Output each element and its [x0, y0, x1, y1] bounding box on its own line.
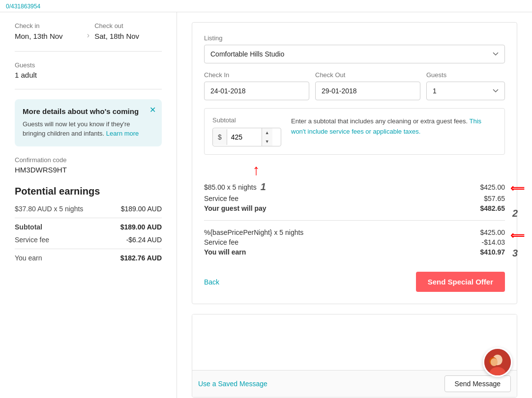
arrow-icon: › — [87, 31, 89, 40]
annotation-1: 1 — [261, 181, 266, 193]
guests-section: Guests 1 adult — [15, 61, 162, 89]
check-out-input[interactable] — [315, 82, 420, 100]
saved-message-link[interactable]: Use a Saved Message — [198, 380, 267, 388]
earnings-you-earn-value: $182.76 AUD — [120, 254, 162, 262]
check-in-label: Check In — [204, 71, 309, 79]
listing-label: Listing — [204, 34, 505, 42]
checkin-field: Check In — [204, 71, 309, 100]
spin-down-button[interactable]: ▼ — [262, 137, 272, 146]
potential-earnings-title: Potential earnings — [15, 186, 162, 197]
info-box-title: More details about who's coming — [23, 107, 144, 115]
subtotal-input[interactable] — [227, 129, 262, 145]
checkout-section: Check out Sat, 18th Nov — [94, 22, 162, 41]
top-link[interactable]: 0/431863954 — [6, 3, 40, 10]
close-icon[interactable]: ✕ — [149, 105, 156, 114]
spin-buttons[interactable]: ▲ ▼ — [262, 128, 272, 146]
right-arrow-annotation-2: ⟸ — [510, 229, 525, 241]
service-fee-value-2: -$14.03 — [482, 238, 505, 246]
guest-pay-label: Your guest will pay — [204, 204, 266, 212]
check-out-label: Check Out — [315, 71, 420, 79]
message-footer: Use a Saved Message Send Message — [192, 370, 517, 397]
guests-field: Guests 1 2 3 — [426, 71, 505, 100]
info-box-text: Guests will now let you know if they're … — [23, 119, 154, 139]
nights-row-2: %{basePricePerNight} x 5 nights $425.00 … — [204, 228, 505, 236]
you-earn-row: You will earn $410.97 — [204, 248, 505, 256]
potential-earnings: Potential earnings $37.80 AUD x 5 nights… — [15, 186, 162, 262]
earnings-you-earn-label: You earn — [15, 254, 42, 262]
up-arrow-annotation: ↑ — [253, 163, 260, 177]
date-guests-row: Check In Check Out Guests 1 2 3 — [204, 71, 505, 100]
you-earn-label: You will earn — [204, 248, 246, 256]
back-link[interactable]: Back — [204, 278, 219, 286]
checkin-section: Check in Mon, 13th Nov — [15, 22, 82, 41]
guests-sidebar-label: Guests — [15, 61, 162, 69]
subtotal-label: Subtotal — [212, 116, 281, 124]
annotation-2: 2 — [512, 208, 518, 219]
earnings-subtotal-value: $189.00 AUD — [120, 223, 162, 231]
nights-value-2: $425.00 — [480, 228, 505, 236]
earnings-subtotal-row: Subtotal $189.00 AUD — [15, 223, 162, 231]
nights-label-2: %{basePricePerNight} x 5 nights — [204, 228, 303, 236]
subtotal-box: Subtotal $ ▲ ▼ Enter a subtotal that inc… — [204, 108, 505, 155]
annotation-3: 3 — [512, 248, 518, 259]
earnings-service-fee-label: Service fee — [15, 236, 49, 244]
right-arrow-annotation-1: ⟸ — [510, 182, 525, 194]
service-fee-row-2: Service fee -$14.03 — [204, 238, 505, 246]
breakdown-you-earn: %{basePricePerNight} x 5 nights $425.00 … — [204, 228, 505, 260]
subtotal-left: Subtotal $ ▲ ▼ — [212, 116, 281, 146]
earnings-you-earn-row: You earn $182.76 AUD — [15, 254, 162, 262]
guests-select[interactable]: 1 2 3 — [426, 82, 505, 100]
earnings-nights-label: $37.80 AUD x 5 nights — [15, 205, 83, 213]
guests-label: Guests — [426, 71, 505, 79]
earnings-nights-row: $37.80 AUD x 5 nights $189.00 AUD — [15, 205, 162, 213]
svg-point-4 — [491, 358, 498, 366]
nights-label-1: $85.00 x 5 nights — [204, 183, 257, 191]
subtotal-input-wrap: $ ▲ ▼ — [212, 128, 281, 146]
learn-more-link[interactable]: Learn more — [106, 130, 139, 137]
listing-group: Listing Comfortable Hills Studio — [204, 34, 505, 63]
message-textarea[interactable] — [192, 314, 517, 369]
send-special-offer-button[interactable]: Send Special Offer — [416, 272, 505, 292]
panel-actions: Back Send Special Offer — [204, 270, 505, 292]
guests-sidebar-value: 1 adult — [15, 71, 162, 79]
send-message-button[interactable]: Send Message — [444, 375, 511, 392]
breakdown-guest-pays: $85.00 x 5 nights 1 $425.00 ⟸ Service — [204, 181, 505, 221]
service-fee-value-1: $57.65 — [484, 195, 505, 202]
message-panel-wrapper: Use a Saved Message Send Message — [192, 314, 517, 398]
listing-select[interactable]: Comfortable Hills Studio — [204, 45, 505, 63]
checkout-value: Sat, 18th Nov — [94, 31, 162, 41]
earnings-service-fee-row: Service fee -$6.24 AUD — [15, 236, 162, 244]
guest-pay-value: $482.65 — [480, 204, 505, 212]
spin-up-button[interactable]: ▲ — [262, 128, 272, 137]
earnings-subtotal-label: Subtotal — [15, 223, 42, 231]
nights-row-1: $85.00 x 5 nights 1 $425.00 ⟸ — [204, 181, 505, 193]
checkout-label: Check out — [94, 22, 162, 29]
you-earn-value: $410.97 — [480, 248, 505, 256]
checkin-value: Mon, 13th Nov — [15, 31, 82, 41]
service-fee-label-1: Service fee — [204, 195, 238, 202]
service-fee-label-2: Service fee — [204, 238, 238, 246]
earnings-nights-value: $189.00 AUD — [121, 205, 162, 213]
avatar-wrap — [483, 347, 512, 377]
earnings-service-fee-value: -$6.24 AUD — [126, 236, 162, 244]
subtotal-help: Enter a subtotal that includes any clean… — [291, 116, 497, 137]
checkin-label: Check in — [15, 22, 82, 29]
check-in-input[interactable] — [204, 82, 309, 100]
info-box: ✕ More details about who's coming Guests… — [15, 99, 162, 146]
currency-symbol: $ — [213, 129, 227, 145]
nights-value-1: $425.00 — [480, 183, 505, 191]
checkout-field: Check Out — [315, 71, 420, 100]
message-panel: Use a Saved Message Send Message — [192, 314, 517, 398]
service-fee-row-1: Service fee $57.65 — [204, 195, 505, 202]
special-offer-panel: Listing Comfortable Hills Studio Check I… — [192, 22, 517, 304]
avatar — [483, 347, 512, 377]
guest-pay-row: Your guest will pay $482.65 — [204, 204, 505, 212]
